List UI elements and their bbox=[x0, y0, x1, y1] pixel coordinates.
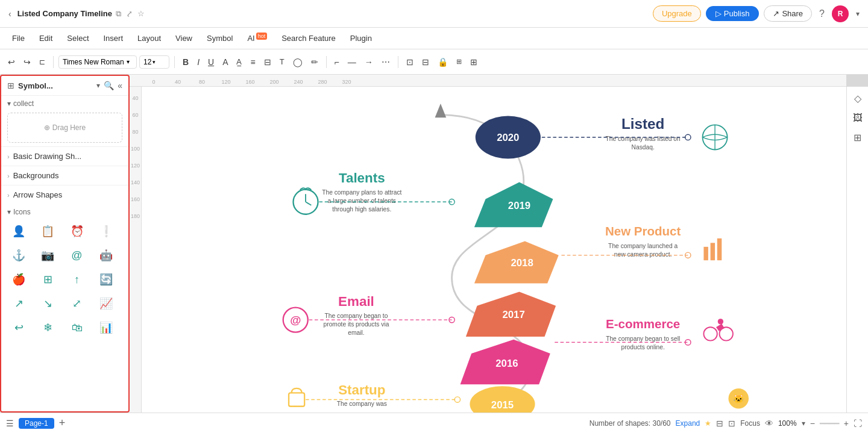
menu-symbol[interactable]: Symbol bbox=[200, 31, 240, 45]
back-arrow[interactable]: ‹ bbox=[6, 8, 14, 20]
icon-person[interactable]: 👤 bbox=[7, 220, 30, 243]
icon-arrow-ne[interactable]: ↗ bbox=[7, 292, 30, 315]
expand-link[interactable]: Expand bbox=[676, 419, 700, 428]
icon-arrow-up[interactable]: ↑ bbox=[66, 268, 89, 291]
underline-button[interactable]: U bbox=[205, 55, 217, 69]
user-menu-button[interactable]: ▾ bbox=[854, 7, 862, 20]
zoom-slider[interactable]: ━━━━ bbox=[820, 419, 839, 428]
font-bg-button[interactable]: A̲ bbox=[233, 55, 245, 68]
add-page-button[interactable]: + bbox=[59, 417, 66, 429]
drag-drop-area[interactable]: ⊕ Drag Here bbox=[7, 113, 122, 143]
help-button[interactable]: ? bbox=[817, 6, 827, 22]
publish-button[interactable]: ▷ Publish bbox=[706, 6, 760, 21]
menu-ai[interactable]: AIhot bbox=[240, 31, 274, 45]
focus-label[interactable]: Focus bbox=[740, 419, 760, 428]
icon-reply[interactable]: ↩ bbox=[7, 316, 30, 339]
listed-dot bbox=[685, 134, 691, 140]
sidebar-item-basic[interactable]: › Basic Drawing Sh... bbox=[1, 146, 128, 166]
email-desc-3: email. bbox=[348, 329, 364, 336]
icon-apple[interactable]: 🍎 bbox=[7, 268, 30, 291]
icon-refresh[interactable]: 🔄 bbox=[95, 268, 118, 291]
icon-clock[interactable]: ⏰ bbox=[66, 220, 89, 243]
icon-at[interactable]: @ bbox=[66, 244, 89, 267]
sidebar-collapse-icon[interactable]: « bbox=[118, 81, 122, 90]
page-menu-icon[interactable]: ☰ bbox=[6, 419, 14, 428]
icon-bar-chart[interactable]: 📊 bbox=[95, 316, 118, 339]
icon-bag[interactable]: 🛍 bbox=[66, 316, 89, 339]
font-color-button[interactable]: A bbox=[219, 55, 231, 69]
connector-button[interactable]: ⌐ bbox=[332, 55, 342, 69]
icon-anchor[interactable]: ⚓ bbox=[7, 244, 30, 267]
font-name-label: Times New Roman bbox=[63, 58, 124, 66]
ai-hot-badge: hot bbox=[256, 33, 268, 40]
menu-search-feature[interactable]: Search Feature bbox=[274, 31, 343, 45]
menu-insert[interactable]: Insert bbox=[96, 31, 131, 45]
star-icon[interactable]: ☆ bbox=[137, 9, 145, 19]
icons-label[interactable]: ▾ Icons bbox=[7, 208, 122, 216]
icon-camera[interactable]: 📷 bbox=[36, 244, 59, 267]
page-tab[interactable]: Page-1 bbox=[19, 418, 54, 429]
sidebar-item-arrows[interactable]: › Arrow Shapes bbox=[1, 185, 128, 204]
menu-plugin[interactable]: Plugin bbox=[343, 31, 379, 45]
menu-file[interactable]: File bbox=[5, 31, 32, 45]
text-type-button[interactable]: T bbox=[277, 55, 288, 68]
crop-button[interactable]: ⊟ bbox=[419, 55, 432, 69]
canvas-area[interactable]: 04080120160200240280320 4060801001201401… bbox=[130, 75, 868, 413]
icon-expand[interactable]: ⤢ bbox=[66, 292, 89, 315]
clear-format-button[interactable]: ◯ bbox=[290, 55, 306, 69]
line-style-button[interactable]: — bbox=[345, 55, 359, 69]
zoom-dropdown-icon[interactable]: ▾ bbox=[802, 419, 805, 428]
cyclist-wheel1 bbox=[703, 327, 717, 340]
table-button[interactable]: ⊞ bbox=[467, 55, 480, 69]
zoom-out-button[interactable]: − bbox=[810, 419, 815, 428]
focus-icon[interactable]: ⊡ bbox=[728, 419, 735, 428]
menu-select[interactable]: Select bbox=[60, 31, 96, 45]
menu-layout[interactable]: Layout bbox=[130, 31, 168, 45]
duplicate-icon[interactable]: ⧉ bbox=[116, 9, 121, 19]
ungroup-button[interactable]: ⊞ bbox=[453, 56, 465, 67]
menu-view[interactable]: View bbox=[168, 31, 200, 45]
menu-bar: File Edit Select Insert Layout View Symb… bbox=[0, 28, 868, 49]
right-panel-grid-icon[interactable]: ⊞ bbox=[854, 132, 861, 143]
sidebar-expand-icon[interactable]: ▾ bbox=[96, 81, 100, 90]
icon-exclamation[interactable]: ❕ bbox=[95, 220, 118, 243]
sidebar-item-backgrounds[interactable]: › Backgrounds bbox=[1, 166, 128, 185]
collect-label[interactable]: ▾ collect bbox=[7, 99, 122, 108]
icon-arrow-se[interactable]: ↘ bbox=[36, 292, 59, 315]
icon-clipboard[interactable]: 📋 bbox=[36, 220, 59, 243]
toolbar-btn3[interactable]: ⊏ bbox=[36, 56, 48, 68]
fullscreen-button[interactable]: ⛶ bbox=[854, 419, 862, 428]
talents-desc-1: The company plans to attract bbox=[322, 189, 401, 196]
align-center-button[interactable]: ≡ bbox=[247, 55, 258, 69]
canvas-white[interactable]: 2020 2019 2018 2017 2016 2015 Talents bbox=[142, 87, 846, 413]
lock-button[interactable]: 🔒 bbox=[435, 55, 451, 69]
italic-button[interactable]: I bbox=[194, 55, 203, 69]
icon-snowflake[interactable]: ❄ bbox=[36, 316, 59, 339]
eye-icon[interactable]: 👁 bbox=[765, 419, 773, 428]
avatar[interactable]: R bbox=[832, 5, 849, 22]
undo-button[interactable]: ↩ bbox=[5, 55, 18, 69]
paint-format-button[interactable]: ✏ bbox=[308, 55, 321, 69]
upgrade-button[interactable]: Upgrade bbox=[653, 5, 701, 22]
arrows-chevron-icon: › bbox=[7, 192, 10, 199]
share-button[interactable]: ↗ Share bbox=[764, 5, 812, 22]
font-size-input[interactable]: 12 ▾ bbox=[139, 55, 169, 69]
year-2017-label: 2017 bbox=[502, 309, 524, 320]
redo-button[interactable]: ↪ bbox=[20, 55, 34, 69]
right-panel-diamond-icon[interactable]: ◇ bbox=[854, 93, 861, 104]
arrow-button[interactable]: → bbox=[362, 55, 376, 69]
export-icon[interactable]: ⤤ bbox=[126, 9, 133, 19]
align-options-button[interactable]: ⊟ bbox=[261, 55, 274, 69]
icon-grid[interactable]: ⊞ bbox=[36, 268, 59, 291]
icon-robot[interactable]: 🤖 bbox=[95, 244, 118, 267]
icon-trending-up[interactable]: 📈 bbox=[95, 292, 118, 315]
layers-icon[interactable]: ⊟ bbox=[716, 419, 723, 428]
bold-button[interactable]: B bbox=[180, 55, 192, 69]
dots-line-button[interactable]: ⋯ bbox=[379, 55, 393, 69]
menu-edit[interactable]: Edit bbox=[32, 31, 60, 45]
arrange-button[interactable]: ⊡ bbox=[403, 55, 417, 69]
zoom-in-button[interactable]: + bbox=[844, 419, 849, 428]
sidebar-search-icon[interactable]: 🔍 bbox=[104, 81, 114, 90]
font-selector[interactable]: Times New Roman ▾ bbox=[58, 55, 137, 69]
right-panel-image-icon[interactable]: 🖼 bbox=[853, 113, 863, 123]
